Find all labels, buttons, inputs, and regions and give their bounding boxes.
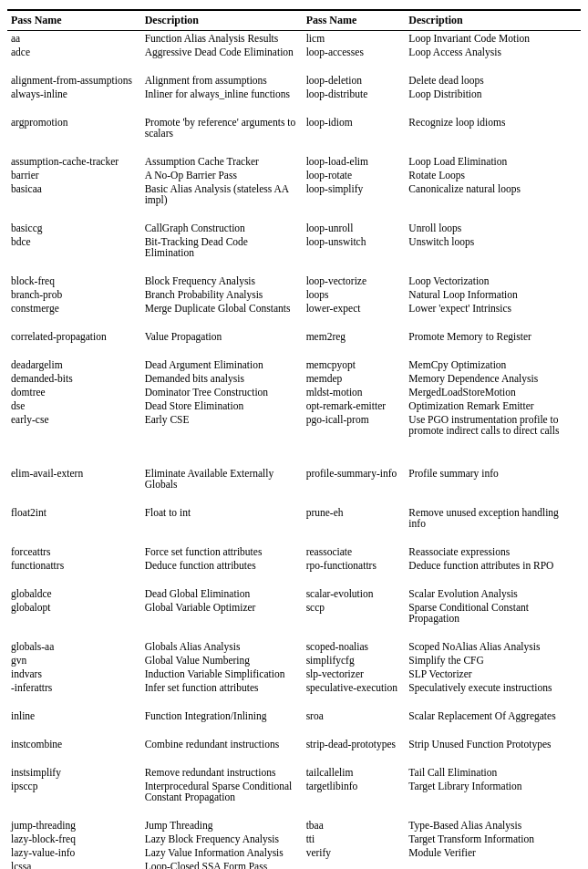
pass-name-cell: adce (7, 45, 141, 58)
table-row: globals-aaGlobals Alias Analysisscoped-n… (7, 639, 581, 653)
spacer-cell (141, 722, 303, 737)
description-cell: Tail Call Elimination (405, 765, 581, 779)
spacer-cell (405, 343, 581, 357)
description-cell: Unroll loops (405, 221, 581, 234)
spacer-cell (141, 100, 303, 115)
description-cell: Target Library Information (405, 779, 581, 803)
spacer-cell (405, 750, 581, 765)
pass-name-cell: scoped-noalias (303, 639, 406, 653)
pass-name-cell: memdep (303, 371, 406, 385)
table-row (7, 694, 581, 709)
description-cell: Dead Store Elimination (141, 398, 303, 412)
spacer-cell (405, 259, 581, 274)
spacer-cell (7, 140, 141, 154)
pass-name-cell: constmerge (7, 301, 141, 315)
spacer-cell (7, 58, 141, 73)
description-cell: Branch Probability Analysis (141, 287, 303, 301)
pass-name-cell: slp-vectorizer (303, 667, 406, 680)
description-cell: Speculatively execute instructions (405, 680, 581, 694)
spacer-cell (141, 572, 303, 586)
description-cell: Merge Duplicate Global Constants (141, 301, 303, 315)
table-row: lcssaLoop-Closed SSA Form Pass (7, 859, 581, 869)
description-cell: Simplify the CFG (405, 653, 581, 667)
table-row: assumption-cache-trackerAssumption Cache… (7, 154, 581, 168)
pass-name-cell: tti (303, 832, 406, 845)
pass-name-cell: aa (7, 31, 141, 46)
table-row: forceattrsForce set function attributesr… (7, 544, 581, 558)
spacer-cell (303, 58, 406, 73)
pass-name-cell: indvars (7, 667, 141, 680)
description-cell: Induction Variable Simplification (141, 667, 303, 680)
description-cell: Remove unused exception handling info (405, 505, 581, 530)
spacer-cell (303, 530, 406, 544)
spacer-cell (141, 206, 303, 221)
table-row: jump-threadingJump ThreadingtbaaType-Bas… (7, 818, 581, 832)
spacer-cell (303, 343, 406, 357)
table-row: instsimplifyRemove redundant instruction… (7, 765, 581, 779)
table-row: globaldceDead Global Eliminationscalar-e… (7, 586, 581, 600)
spacer-cell (7, 750, 141, 765)
spacer-cell (405, 140, 581, 154)
pass-name-cell: loop-unswitch (303, 234, 406, 259)
table-row: alignment-from-assumptionsAlignment from… (7, 73, 581, 87)
table-row (7, 625, 581, 639)
pass-name-cell: domtree (7, 385, 141, 398)
description-cell: Inliner for always_inline functions (141, 87, 303, 100)
table-row (7, 140, 581, 154)
pass-name-cell: demanded-bits (7, 371, 141, 385)
description-cell: Eliminate Available Externally Globals (141, 466, 303, 491)
description-cell: Bit-Tracking Dead Code Elimination (141, 234, 303, 259)
pass-name-cell: instcombine (7, 737, 141, 750)
description-cell: Lower 'expect' Intrinsics (405, 301, 581, 315)
table-row: early-cseEarly CSEpgo-icall-promUse PGO … (7, 412, 581, 437)
table-row: block-freqBlock Frequency Analysisloop-v… (7, 274, 581, 287)
description-cell: Promote Memory to Register (405, 329, 581, 343)
table-row (7, 722, 581, 737)
description-cell: Lazy Value Information Analysis (141, 845, 303, 859)
description-cell: Type-Based Alias Analysis (405, 818, 581, 832)
description-cell: Loop Invariant Code Motion (405, 31, 581, 46)
spacer-cell (7, 343, 141, 357)
pass-name-cell: elim-avail-extern (7, 466, 141, 491)
description-cell: Alignment from assumptions (141, 73, 303, 87)
table-row: basicaaBasic Alias Analysis (stateless A… (7, 181, 581, 206)
table-row: argpromotionPromote 'by reference' argum… (7, 115, 581, 140)
pass-name-cell: loop-unroll (303, 221, 406, 234)
spacer-cell (141, 750, 303, 765)
spacer-cell (303, 694, 406, 709)
pass-name-cell: globaldce (7, 586, 141, 600)
pass-name-cell: correlated-propagation (7, 329, 141, 343)
description-cell: Combine redundant instructions (141, 737, 303, 750)
description-cell: Promote 'by reference' arguments to scal… (141, 115, 303, 140)
table-header-row: Pass Name Description Pass Name Descript… (7, 10, 581, 31)
table-row (7, 451, 581, 466)
description-cell: Block Frequency Analysis (141, 274, 303, 287)
spacer-cell (303, 437, 406, 451)
table-row: adceAggressive Dead Code Eliminationloop… (7, 45, 581, 58)
pass-name-cell: loop-simplify (303, 181, 406, 206)
description-cell: Loop-Closed SSA Form Pass (141, 859, 303, 869)
description-cell: Loop Vectorization (405, 274, 581, 287)
description-cell: Function Integration/Inlining (141, 709, 303, 722)
description-cell: A No-Op Barrier Pass (141, 168, 303, 181)
spacer-cell (141, 140, 303, 154)
pass-name-cell: inline (7, 709, 141, 722)
pass-name-cell: licm (303, 31, 406, 46)
description-cell: Demanded bits analysis (141, 371, 303, 385)
pass-name-cell: rpo-functionattrs (303, 558, 406, 572)
pass-name-cell: instsimplify (7, 765, 141, 779)
pass-name-cell: argpromotion (7, 115, 141, 140)
description-cell: Strip Unused Function Prototypes (405, 737, 581, 750)
pass-name-cell: tbaa (303, 818, 406, 832)
spacer-cell (141, 530, 303, 544)
pass-name-cell: basicaa (7, 181, 141, 206)
pass-name-cell: sroa (303, 709, 406, 722)
description-cell: Early CSE (141, 412, 303, 437)
spacer-cell (303, 803, 406, 818)
spacer-cell (141, 259, 303, 274)
spacer-cell (405, 451, 581, 466)
spacer-cell (303, 451, 406, 466)
spacer-cell (303, 259, 406, 274)
table-row: aaFunction Alias Analysis ResultslicmLoo… (7, 31, 581, 46)
description-cell: Canonicalize natural loops (405, 181, 581, 206)
